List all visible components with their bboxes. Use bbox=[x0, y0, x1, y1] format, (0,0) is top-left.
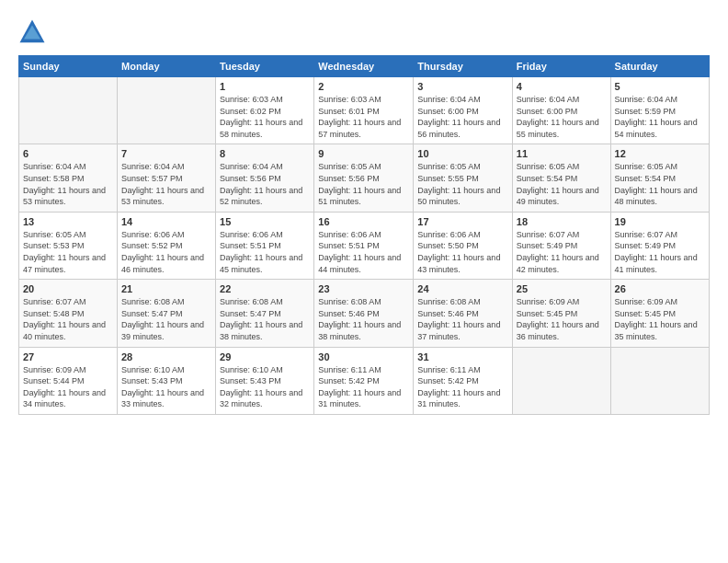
header bbox=[18, 18, 710, 46]
day-info: Sunrise: 6:10 AM Sunset: 5:43 PM Dayligh… bbox=[121, 364, 211, 410]
day-number: 25 bbox=[517, 283, 607, 294]
day-info: Sunrise: 6:04 AM Sunset: 6:00 PM Dayligh… bbox=[517, 94, 607, 140]
day-info: Sunrise: 6:09 AM Sunset: 5:45 PM Dayligh… bbox=[615, 296, 705, 342]
day-number: 26 bbox=[615, 283, 705, 294]
day-info: Sunrise: 6:08 AM Sunset: 5:46 PM Dayligh… bbox=[318, 296, 409, 342]
day-info: Sunrise: 6:08 AM Sunset: 5:46 PM Dayligh… bbox=[417, 296, 507, 342]
calendar-cell: 4Sunrise: 6:04 AM Sunset: 6:00 PM Daylig… bbox=[512, 77, 610, 144]
day-number: 27 bbox=[23, 351, 113, 362]
day-number: 5 bbox=[615, 81, 705, 92]
day-info: Sunrise: 6:11 AM Sunset: 5:42 PM Dayligh… bbox=[318, 364, 409, 410]
page: SundayMondayTuesdayWednesdayThursdayFrid… bbox=[0, 0, 728, 563]
calendar-cell: 19Sunrise: 6:07 AM Sunset: 5:49 PM Dayli… bbox=[610, 212, 709, 279]
logo-icon bbox=[18, 18, 46, 46]
day-info: Sunrise: 6:06 AM Sunset: 5:50 PM Dayligh… bbox=[417, 229, 507, 275]
weekday-header-tuesday: Tuesday bbox=[216, 56, 314, 77]
day-number: 3 bbox=[417, 81, 507, 92]
calendar-cell: 1Sunrise: 6:03 AM Sunset: 6:02 PM Daylig… bbox=[216, 77, 314, 144]
calendar-cell: 11Sunrise: 6:05 AM Sunset: 5:54 PM Dayli… bbox=[512, 144, 610, 212]
day-info: Sunrise: 6:07 AM Sunset: 5:49 PM Dayligh… bbox=[517, 229, 607, 275]
calendar-cell: 30Sunrise: 6:11 AM Sunset: 5:42 PM Dayli… bbox=[314, 347, 414, 414]
calendar-cell: 15Sunrise: 6:06 AM Sunset: 5:51 PM Dayli… bbox=[216, 212, 314, 279]
day-info: Sunrise: 6:09 AM Sunset: 5:45 PM Dayligh… bbox=[517, 296, 607, 342]
calendar-cell: 10Sunrise: 6:05 AM Sunset: 5:55 PM Dayli… bbox=[414, 144, 512, 212]
day-number: 22 bbox=[220, 283, 310, 294]
weekday-header-row: SundayMondayTuesdayWednesdayThursdayFrid… bbox=[19, 56, 710, 77]
day-number: 20 bbox=[23, 283, 113, 294]
day-info: Sunrise: 6:04 AM Sunset: 5:58 PM Dayligh… bbox=[23, 161, 113, 207]
day-number: 15 bbox=[220, 216, 310, 227]
calendar-cell: 20Sunrise: 6:07 AM Sunset: 5:48 PM Dayli… bbox=[19, 280, 118, 347]
weekday-header-sunday: Sunday bbox=[19, 56, 118, 77]
day-info: Sunrise: 6:05 AM Sunset: 5:53 PM Dayligh… bbox=[23, 229, 113, 275]
day-number: 18 bbox=[517, 216, 607, 227]
week-row-2: 13Sunrise: 6:05 AM Sunset: 5:53 PM Dayli… bbox=[19, 212, 710, 279]
calendar-cell: 17Sunrise: 6:06 AM Sunset: 5:50 PM Dayli… bbox=[414, 212, 512, 279]
day-info: Sunrise: 6:03 AM Sunset: 6:02 PM Dayligh… bbox=[220, 94, 310, 140]
day-info: Sunrise: 6:05 AM Sunset: 5:56 PM Dayligh… bbox=[318, 161, 409, 207]
weekday-header-thursday: Thursday bbox=[414, 56, 512, 77]
weekday-header-friday: Friday bbox=[512, 56, 610, 77]
calendar-cell: 29Sunrise: 6:10 AM Sunset: 5:43 PM Dayli… bbox=[216, 347, 314, 414]
day-number: 9 bbox=[318, 148, 409, 159]
day-number: 1 bbox=[220, 81, 310, 92]
calendar-cell bbox=[19, 77, 118, 144]
calendar-cell: 14Sunrise: 6:06 AM Sunset: 5:52 PM Dayli… bbox=[118, 212, 216, 279]
day-info: Sunrise: 6:06 AM Sunset: 5:51 PM Dayligh… bbox=[220, 229, 310, 275]
day-number: 23 bbox=[318, 283, 409, 294]
day-number: 4 bbox=[517, 81, 607, 92]
calendar-cell: 27Sunrise: 6:09 AM Sunset: 5:44 PM Dayli… bbox=[19, 347, 118, 414]
day-number: 31 bbox=[417, 351, 507, 362]
weekday-header-wednesday: Wednesday bbox=[314, 56, 414, 77]
calendar-cell: 13Sunrise: 6:05 AM Sunset: 5:53 PM Dayli… bbox=[19, 212, 118, 279]
calendar-cell: 31Sunrise: 6:11 AM Sunset: 5:42 PM Dayli… bbox=[414, 347, 512, 414]
calendar-cell bbox=[512, 347, 610, 414]
calendar-cell: 26Sunrise: 6:09 AM Sunset: 5:45 PM Dayli… bbox=[610, 280, 709, 347]
calendar-cell: 21Sunrise: 6:08 AM Sunset: 5:47 PM Dayli… bbox=[118, 280, 216, 347]
day-info: Sunrise: 6:03 AM Sunset: 6:01 PM Dayligh… bbox=[318, 94, 409, 140]
day-number: 28 bbox=[121, 351, 211, 362]
day-info: Sunrise: 6:06 AM Sunset: 5:52 PM Dayligh… bbox=[121, 229, 211, 275]
calendar-cell: 12Sunrise: 6:05 AM Sunset: 5:54 PM Dayli… bbox=[610, 144, 709, 212]
week-row-4: 27Sunrise: 6:09 AM Sunset: 5:44 PM Dayli… bbox=[19, 347, 710, 414]
week-row-0: 1Sunrise: 6:03 AM Sunset: 6:02 PM Daylig… bbox=[19, 77, 710, 144]
day-number: 30 bbox=[318, 351, 409, 362]
day-number: 10 bbox=[417, 148, 507, 159]
calendar-cell: 2Sunrise: 6:03 AM Sunset: 6:01 PM Daylig… bbox=[314, 77, 414, 144]
day-info: Sunrise: 6:04 AM Sunset: 5:57 PM Dayligh… bbox=[121, 161, 211, 207]
weekday-header-saturday: Saturday bbox=[610, 56, 709, 77]
day-info: Sunrise: 6:05 AM Sunset: 5:54 PM Dayligh… bbox=[615, 161, 705, 207]
calendar-cell: 22Sunrise: 6:08 AM Sunset: 5:47 PM Dayli… bbox=[216, 280, 314, 347]
day-number: 24 bbox=[417, 283, 507, 294]
day-info: Sunrise: 6:08 AM Sunset: 5:47 PM Dayligh… bbox=[121, 296, 211, 342]
calendar-cell: 23Sunrise: 6:08 AM Sunset: 5:46 PM Dayli… bbox=[314, 280, 414, 347]
day-number: 8 bbox=[220, 148, 310, 159]
calendar-cell bbox=[118, 77, 216, 144]
day-info: Sunrise: 6:06 AM Sunset: 5:51 PM Dayligh… bbox=[318, 229, 409, 275]
day-number: 7 bbox=[121, 148, 211, 159]
day-number: 14 bbox=[121, 216, 211, 227]
week-row-3: 20Sunrise: 6:07 AM Sunset: 5:48 PM Dayli… bbox=[19, 280, 710, 347]
day-number: 19 bbox=[615, 216, 705, 227]
calendar-cell bbox=[610, 347, 709, 414]
calendar-cell: 9Sunrise: 6:05 AM Sunset: 5:56 PM Daylig… bbox=[314, 144, 414, 212]
day-number: 21 bbox=[121, 283, 211, 294]
calendar-table: SundayMondayTuesdayWednesdayThursdayFrid… bbox=[18, 55, 710, 415]
day-info: Sunrise: 6:11 AM Sunset: 5:42 PM Dayligh… bbox=[417, 364, 507, 410]
day-number: 6 bbox=[23, 148, 113, 159]
day-info: Sunrise: 6:09 AM Sunset: 5:44 PM Dayligh… bbox=[23, 364, 113, 410]
calendar-cell: 28Sunrise: 6:10 AM Sunset: 5:43 PM Dayli… bbox=[118, 347, 216, 414]
day-number: 13 bbox=[23, 216, 113, 227]
calendar-cell: 18Sunrise: 6:07 AM Sunset: 5:49 PM Dayli… bbox=[512, 212, 610, 279]
day-info: Sunrise: 6:04 AM Sunset: 5:59 PM Dayligh… bbox=[615, 94, 705, 140]
calendar-cell: 16Sunrise: 6:06 AM Sunset: 5:51 PM Dayli… bbox=[314, 212, 414, 279]
day-number: 29 bbox=[220, 351, 310, 362]
day-number: 17 bbox=[417, 216, 507, 227]
day-info: Sunrise: 6:08 AM Sunset: 5:47 PM Dayligh… bbox=[220, 296, 310, 342]
logo bbox=[18, 18, 50, 46]
day-info: Sunrise: 6:04 AM Sunset: 6:00 PM Dayligh… bbox=[417, 94, 507, 140]
calendar-cell: 7Sunrise: 6:04 AM Sunset: 5:57 PM Daylig… bbox=[118, 144, 216, 212]
calendar-cell: 25Sunrise: 6:09 AM Sunset: 5:45 PM Dayli… bbox=[512, 280, 610, 347]
calendar-cell: 24Sunrise: 6:08 AM Sunset: 5:46 PM Dayli… bbox=[414, 280, 512, 347]
day-number: 11 bbox=[517, 148, 607, 159]
